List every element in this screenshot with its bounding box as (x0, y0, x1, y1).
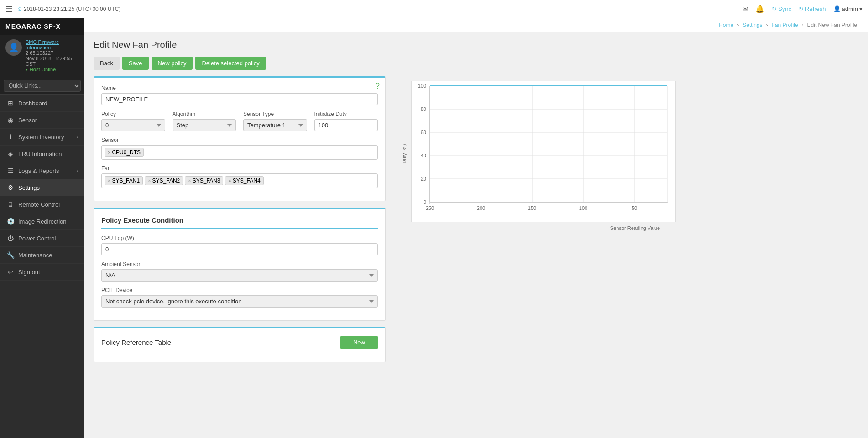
menu-icon[interactable]: ☰ (5, 4, 13, 14)
content-split: ? Name Policy 0 (94, 76, 859, 362)
chart-x-label: Sensor Reading Value (411, 225, 859, 231)
chart-section: Duty (%) (393, 76, 859, 362)
sync-icon: ↻ (772, 5, 777, 12)
sidebar-item-image-redirection[interactable]: 💿 Image Redirection (0, 213, 84, 230)
fan-tag-1-remove[interactable]: × (108, 178, 110, 183)
name-input[interactable] (101, 93, 378, 105)
sidebar-label-maintenance: Maintenance (18, 252, 52, 259)
policy-ref-header: Policy Reference Table New (101, 336, 378, 349)
breadcrumb-sep3: › (802, 22, 804, 28)
sidebar-item-remote-control[interactable]: 🖥 Remote Control (0, 196, 84, 213)
init-duty-input[interactable] (314, 119, 378, 131)
sidebar-item-left-fru-information: ◈ FRU Information (6, 150, 62, 157)
new-policy-button[interactable]: New policy (152, 57, 193, 70)
policy-execute-card: Policy Execute Condition CPU Tdp (W) Amb… (94, 208, 386, 321)
sidebar-item-fru-information[interactable]: ◈ FRU Information (0, 146, 84, 162)
sidebar-label-sign-out: Sign out (18, 269, 40, 276)
pcie-device-label: PCIE Device (101, 287, 378, 293)
mail-icon[interactable]: ✉ (742, 5, 748, 13)
fan-tag-input[interactable]: × SYS_FAN1 × SYS_FAN2 × SYS_FAN3 (101, 173, 378, 188)
init-duty-label: Initialize Duty (314, 111, 378, 117)
sidebar-icon-settings: ⚙ (6, 184, 15, 191)
breadcrumb-current: Edit New Fan Profile (807, 22, 857, 28)
fw-version: 2.65.103227 (26, 50, 79, 56)
sidebar-item-settings[interactable]: ⚙ Settings (0, 179, 84, 196)
delete-policy-button[interactable]: Delete selected policy (195, 57, 266, 70)
sensor-tag-input[interactable]: × CPU0_DTS (101, 145, 378, 160)
ambient-sensor-label: Ambient Sensor (101, 261, 378, 267)
sidebar-item-sensor[interactable]: ◉ Sensor (0, 112, 84, 129)
policy-select[interactable]: 0 (101, 119, 165, 131)
sidebar-item-left-remote-control: 🖥 Remote Control (6, 201, 60, 208)
sidebar-item-power-control[interactable]: ⏻ Power Control (0, 230, 84, 247)
quicklinks[interactable]: Quick Links... (0, 77, 84, 95)
svg-text:60: 60 (421, 130, 426, 135)
user-menu[interactable]: 👤 admin ▾ (833, 5, 863, 12)
sensor-tag-cpu0dts: × CPU0_DTS (105, 148, 144, 157)
form-card: ? Name Policy 0 (94, 76, 386, 201)
sidebar-icon-maintenance: 🔧 (6, 251, 15, 259)
back-button[interactable]: Back (94, 57, 120, 70)
sidebar-item-left-sign-out: ↩ Sign out (6, 268, 40, 276)
fan-tag-3-remove[interactable]: × (188, 178, 191, 183)
refresh-label: Refresh (805, 5, 826, 12)
policy-execute-title: Policy Execute Condition (101, 216, 378, 229)
fan-tag-2-remove[interactable]: × (148, 178, 151, 183)
pcie-device-select[interactable]: Not check pcie device, ignore this execu… (101, 295, 378, 308)
cpu-tdp-input[interactable] (101, 243, 378, 256)
cpu-tdp-group: CPU Tdp (W) (101, 235, 378, 256)
policy-row: Policy 0 Algorithm Step (101, 111, 378, 131)
sidebar-label-dashboard: Dashboard (18, 100, 47, 107)
fan-tag-4-remove[interactable]: × (228, 178, 231, 183)
policy-label: Policy (101, 111, 165, 117)
fan-group: Fan × SYS_FAN1 × SYS_FAN2 (101, 165, 378, 188)
algorithm-select[interactable]: Step (173, 119, 236, 131)
sidebar-item-maintenance[interactable]: 🔧 Maintenance (0, 247, 84, 264)
form-section: ? Name Policy 0 (94, 76, 386, 362)
sidebar: MEGARAC SP-X 👤 BMC Firmware Information … (0, 18, 84, 438)
breadcrumb-fanprofile[interactable]: Fan Profile (772, 22, 798, 28)
sidebar-brand: MEGARAC SP-X (0, 18, 84, 35)
sidebar-item-logs-reports[interactable]: ☰ Logs & Reports › (0, 162, 84, 179)
breadcrumb: Home › Settings › Fan Profile › Edit New… (84, 18, 868, 32)
sidebar-item-system-inventory[interactable]: ℹ System Inventory › (0, 129, 84, 146)
chart-y-label: Duty (%) (402, 144, 407, 163)
sensor-tag-remove[interactable]: × (108, 150, 110, 155)
user-label: admin (842, 5, 858, 12)
layout: MEGARAC SP-X 👤 BMC Firmware Information … (0, 18, 868, 438)
help-icon[interactable]: ? (376, 82, 380, 90)
sensor-group: Sensor × CPU0_DTS (101, 137, 378, 160)
svg-text:20: 20 (421, 176, 426, 182)
sidebar-user-info: 👤 BMC Firmware Information 2.65.103227 N… (0, 35, 84, 77)
topbar-left: ☰ ⊙ 2018-01-23 23:21:25 (UTC+00:00 UTC) (5, 4, 120, 14)
sidebar-label-remote-control: Remote Control (18, 201, 60, 208)
ambient-sensor-select[interactable]: N/A (101, 269, 378, 282)
ambient-sensor-group: Ambient Sensor N/A (101, 261, 378, 282)
fw-link[interactable]: BMC Firmware Information (26, 39, 79, 50)
svg-text:250: 250 (426, 205, 434, 211)
sidebar-icon-image-redirection: 💿 (6, 218, 15, 225)
sensor-type-group: Sensor Type Temperature 1 (243, 111, 307, 131)
sidebar-item-left-settings: ⚙ Settings (6, 184, 40, 191)
user-icon: 👤 (833, 5, 841, 12)
sidebar-icon-remote-control: 🖥 (6, 201, 15, 208)
sidebar-item-sign-out[interactable]: ↩ Sign out (0, 264, 84, 281)
breadcrumb-home[interactable]: Home (719, 22, 733, 28)
sidebar-item-left-sensor: ◉ Sensor (6, 116, 37, 124)
init-duty-group: Initialize Duty (314, 111, 378, 131)
sidebar-item-dashboard[interactable]: ⊞ Dashboard (0, 95, 84, 112)
toolbar: Back Save New policy Delete selected pol… (94, 57, 859, 70)
save-button[interactable]: Save (122, 57, 149, 70)
new-table-button[interactable]: New (340, 336, 378, 349)
host-status: Host Online (26, 67, 79, 72)
policy-ref-card: Policy Reference Table New (94, 327, 386, 362)
svg-text:100: 100 (418, 83, 426, 89)
breadcrumb-settings[interactable]: Settings (743, 22, 762, 28)
sidebar-icon-system-inventory: ℹ (6, 133, 15, 141)
sync-button[interactable]: ↻ Sync (772, 5, 791, 12)
sensor-type-select[interactable]: Temperature 1 (243, 119, 307, 131)
bell-icon[interactable]: 🔔 (755, 5, 764, 13)
sidebar-icon-sensor: ◉ (6, 116, 15, 124)
refresh-button[interactable]: ↻ Refresh (799, 5, 826, 12)
quicklinks-select[interactable]: Quick Links... (4, 80, 81, 92)
